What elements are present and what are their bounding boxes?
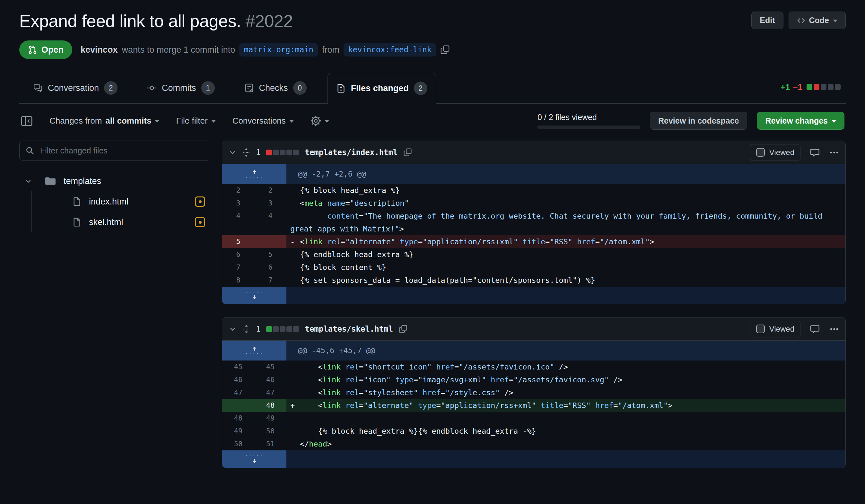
line-number-new[interactable]: 49 (254, 412, 286, 425)
diff-line: 5-<link rel="alternate" type="applicatio… (222, 235, 845, 248)
from-word: from (322, 45, 339, 55)
copy-icon[interactable] (399, 325, 407, 333)
diff-line: 4950 {% block head_extra %}{% endblock h… (222, 425, 845, 437)
file-filter-dropdown[interactable]: File filter (176, 116, 216, 126)
files-viewed-progress-bar (538, 126, 640, 129)
line-number-new[interactable]: 51 (254, 437, 286, 450)
line-number-old[interactable]: 8 (222, 274, 254, 287)
expand-down-button[interactable]: ····· (222, 450, 286, 468)
tree-folder-row[interactable]: templates (19, 171, 210, 191)
checklist-icon (244, 83, 254, 93)
copy-icon[interactable] (440, 45, 450, 55)
collapse-diff-button[interactable] (229, 325, 237, 333)
file-name: index.html (89, 197, 128, 207)
head-branch-label[interactable]: kevincox:feed-link (344, 43, 436, 57)
changes-from-prefix: Changes from (49, 116, 102, 126)
line-number-new[interactable]: 2 (254, 184, 286, 197)
file-path[interactable]: templates/index.html (305, 148, 397, 157)
gear-icon (311, 116, 321, 126)
drag-handle-icon[interactable] (242, 324, 250, 334)
chevron-down-icon[interactable] (24, 177, 32, 185)
tab-files-changed[interactable]: Files changed 2 (327, 73, 436, 104)
viewed-checkbox-button[interactable]: Viewed (750, 144, 800, 161)
viewed-checkbox-button[interactable]: Viewed (750, 321, 800, 337)
diff-code: {% block content %} (286, 261, 845, 274)
diff-line: 4849 (222, 412, 845, 425)
filter-files-input[interactable] (39, 146, 204, 156)
checkbox-icon[interactable] (756, 325, 765, 333)
line-number-new[interactable]: 47 (254, 386, 286, 399)
comment-icon[interactable] (810, 324, 820, 334)
diff-line: 76 {% block content %} (222, 261, 845, 274)
edit-button[interactable]: Edit (751, 12, 783, 29)
line-number-old[interactable]: 5 (222, 235, 254, 248)
folder-icon (45, 176, 56, 187)
line-number-new[interactable]: 50 (254, 425, 286, 437)
line-number-old[interactable]: 50 (222, 437, 254, 450)
line-number-new[interactable]: 5 (254, 248, 286, 261)
line-number-old[interactable]: 6 (222, 248, 254, 261)
checkbox-icon[interactable] (756, 148, 765, 157)
neutral-square (273, 150, 279, 155)
conversations-dropdown[interactable]: Conversations (232, 116, 294, 126)
line-number-old[interactable] (222, 399, 254, 412)
tab-conversation[interactable]: Conversation 2 (24, 72, 126, 103)
file-path[interactable]: templates/skel.html (305, 325, 393, 333)
line-number-old[interactable]: 45 (222, 361, 254, 373)
line-number-old[interactable]: 2 (222, 184, 254, 197)
line-number-new[interactable]: 6 (254, 261, 286, 274)
diff-toolbar: Changes from all commits File filter Con… (19, 104, 846, 136)
code-button[interactable]: Code (788, 12, 846, 29)
line-number-old[interactable]: 3 (222, 197, 254, 210)
neutral-square (293, 326, 299, 332)
expand-row-fill (286, 450, 845, 468)
diff-code: {% set sponsors_data = load_data(path="c… (286, 274, 845, 287)
diff-marker (290, 373, 300, 386)
tree-children: index.html skel.html (31, 191, 210, 232)
sidebar-toggle-icon[interactable] (21, 115, 33, 127)
line-number-old[interactable]: 48 (222, 412, 254, 425)
line-number-new[interactable]: 4 (254, 210, 286, 235)
tree-file-row[interactable]: skel.html (32, 212, 210, 232)
line-number-new[interactable]: 46 (254, 373, 286, 386)
changes-from-dropdown[interactable]: Changes from all commits (49, 116, 159, 126)
base-branch-label[interactable]: matrix-org:main (239, 43, 318, 57)
line-number-new[interactable]: 7 (254, 274, 286, 287)
review-changes-button[interactable]: Review changes (757, 112, 844, 130)
tree-file-row[interactable]: index.html (32, 191, 210, 212)
diff-settings-dropdown[interactable] (311, 116, 329, 126)
line-number-old[interactable]: 4 (222, 210, 254, 235)
diff-code: <meta name="description" (286, 197, 845, 210)
tab-commits[interactable]: Commits 1 (138, 72, 223, 103)
line-number-new[interactable] (254, 235, 286, 248)
drag-handle-icon[interactable] (242, 148, 250, 157)
diff-line: 22 {% block head_extra %} (222, 184, 845, 197)
header-actions: Edit Code (751, 12, 846, 29)
line-number-old[interactable]: 49 (222, 425, 254, 437)
diff-code: </head> (286, 437, 845, 450)
line-number-old[interactable]: 47 (222, 386, 254, 399)
author-name[interactable]: kevincox (81, 45, 118, 55)
review-in-codespace-button[interactable]: Review in codespace (650, 112, 748, 130)
diff-line: 4747 <link rel="stylesheet" href="/style… (222, 386, 845, 399)
copy-icon[interactable] (403, 148, 412, 157)
neutral-square (280, 326, 286, 332)
diff-panel: 1 templates/skel.html Viewed ·····@@ -45… (222, 317, 846, 468)
line-number-old[interactable]: 46 (222, 373, 254, 386)
tab-checks[interactable]: Checks 0 (236, 72, 315, 103)
line-number-new[interactable]: 3 (254, 197, 286, 210)
expand-down-button[interactable]: ····· (222, 287, 286, 304)
expand-row: ····· (222, 450, 845, 468)
line-number-old[interactable]: 7 (222, 261, 254, 274)
expand-up-button[interactable]: ····· (222, 164, 286, 184)
diff-code (286, 412, 845, 425)
expand-up-button[interactable]: ····· (222, 341, 286, 361)
kebab-icon[interactable] (829, 324, 839, 334)
collapse-diff-button[interactable] (229, 148, 237, 156)
comment-icon[interactable] (810, 148, 820, 157)
kebab-icon[interactable] (829, 148, 839, 157)
line-number-new[interactable]: 48 (254, 399, 286, 412)
file-filter-search[interactable] (19, 141, 210, 161)
merge-action-text: wants to merge 1 commit into (122, 45, 235, 55)
line-number-new[interactable]: 45 (254, 361, 286, 373)
